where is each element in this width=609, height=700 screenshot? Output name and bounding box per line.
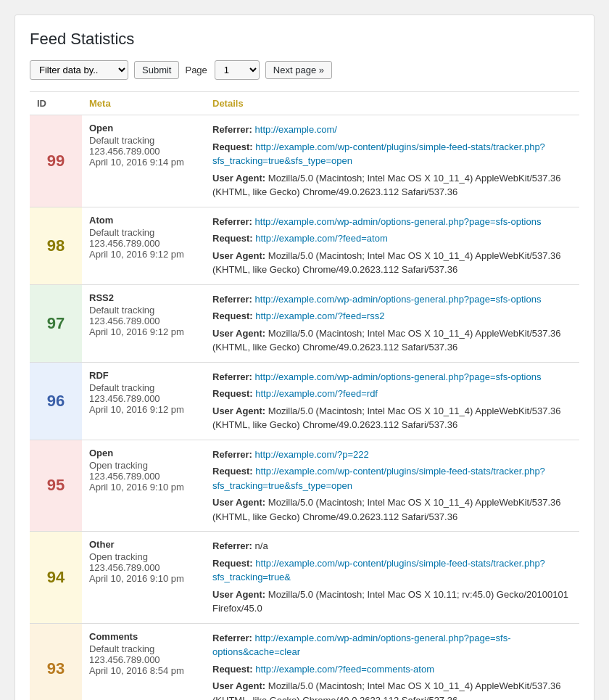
referrer-link[interactable]: http://example.com/wp-admin/options-gene… <box>255 371 542 382</box>
ip-address: 123.456.789.000 <box>89 238 198 249</box>
useragent-label: User Agent: <box>212 250 265 261</box>
referrer-line: Referrer: n/a <box>212 539 572 553</box>
table-row: 98 Atom Default tracking 123.456.789.000… <box>30 207 579 284</box>
date: April 10, 2016 9:12 pm <box>89 404 198 415</box>
request-link[interactable]: http://example.com/wp-content/plugins/si… <box>212 466 545 491</box>
meta-cell: Open Open tracking 123.456.789.000 April… <box>82 440 205 532</box>
date: April 10, 2016 9:10 pm <box>89 573 198 584</box>
filter-select[interactable]: Filter data by.. <box>30 60 128 80</box>
useragent-value: Mozilla/5.0 (Macintosh; Intel Mac OS X 1… <box>212 680 561 700</box>
useragent-label: User Agent: <box>212 497 265 508</box>
table-row: 93 Comments Default tracking 123.456.789… <box>30 623 579 700</box>
tracking: Default tracking <box>89 643 198 654</box>
useragent-value: Mozilla/5.0 (Macintosh; Intel Mac OS X 1… <box>212 497 561 522</box>
col-header-meta: Meta <box>82 92 205 115</box>
useragent-line: User Agent: Mozilla/5.0 (Macintosh; Inte… <box>212 249 572 277</box>
meta-cell: Other Open tracking 123.456.789.000 Apri… <box>82 532 205 624</box>
request-link[interactable]: http://example.com/wp-content/plugins/si… <box>212 558 545 583</box>
meta-cell: RDF Default tracking 123.456.789.000 Apr… <box>82 362 205 440</box>
request-line: Request: http://example.com/wp-content/p… <box>212 140 572 168</box>
request-label: Request: <box>212 141 253 152</box>
request-link[interactable]: http://example.com/?feed=comments-atom <box>255 664 434 675</box>
useragent-line: User Agent: Mozilla/5.0 (Macintosh; Inte… <box>212 326 572 355</box>
page-select[interactable]: 1 <box>215 60 260 80</box>
request-link[interactable]: http://example.com/wp-content/plugins/si… <box>212 141 545 167</box>
referrer-value: n/a <box>255 540 268 551</box>
referrer-label: Referrer: <box>212 371 252 382</box>
feed-type: Comments <box>89 631 198 642</box>
useragent-label: User Agent: <box>212 405 265 416</box>
table-row: 99 Open Default tracking 123.456.789.000… <box>30 115 579 207</box>
request-label: Request: <box>212 558 253 569</box>
request-line: Request: http://example.com/?feed=commen… <box>212 662 572 677</box>
request-label: Request: <box>212 388 253 399</box>
request-line: Request: http://example.com/?feed=rss2 <box>212 309 572 324</box>
request-line: Request: http://example.com/?feed=rdf <box>212 387 572 401</box>
date: April 10, 2016 9:12 pm <box>89 249 198 260</box>
submit-button[interactable]: Submit <box>134 61 179 79</box>
id-cell: 97 <box>30 284 82 362</box>
id-cell: 93 <box>30 623 82 700</box>
referrer-link[interactable]: http://example.com/wp-admin/options-gene… <box>255 216 542 227</box>
referrer-label: Referrer: <box>212 633 252 643</box>
useragent-value: Mozilla/5.0 (Macintosh; Intel Mac OS X 1… <box>212 250 561 276</box>
id-cell: 96 <box>30 362 82 440</box>
toolbar: Filter data by.. Submit Page 1 Next page… <box>30 60 579 80</box>
useragent-value: Mozilla/5.0 (Macintosh; Intel Mac OS X 1… <box>212 405 561 431</box>
page-label: Page <box>185 65 207 75</box>
details-cell: Referrer: http://example.com/wp-admin/op… <box>205 284 579 362</box>
useragent-value: Mozilla/5.0 (Macintosh; Intel Mac OS X 1… <box>212 173 561 198</box>
useragent-line: User Agent: Mozilla/5.0 (Macintosh; Inte… <box>212 404 572 432</box>
referrer-line: Referrer: http://example.com/wp-admin/op… <box>212 631 572 659</box>
useragent-line: User Agent: Mozilla/5.0 (Macintosh; Inte… <box>212 495 572 524</box>
request-link[interactable]: http://example.com/?feed=atom <box>255 233 387 244</box>
request-label: Request: <box>212 233 253 244</box>
referrer-link[interactable]: http://example.com/wp-admin/options-gene… <box>255 294 542 305</box>
details-cell: Referrer: http://example.com/wp-admin/op… <box>205 362 579 440</box>
referrer-link[interactable]: http://example.com/?p=222 <box>255 449 369 460</box>
tracking: Default tracking <box>89 382 198 393</box>
id-cell: 95 <box>30 440 82 532</box>
feed-type: RSS2 <box>89 292 198 303</box>
feed-type: RDF <box>89 370 198 381</box>
table-row: 96 RDF Default tracking 123.456.789.000 … <box>30 362 579 440</box>
useragent-line: User Agent: Mozilla/5.0 (Macintosh; Inte… <box>212 679 572 700</box>
referrer-label: Referrer: <box>212 540 252 551</box>
main-container: Feed Statistics Filter data by.. Submit … <box>14 15 594 700</box>
feed-type: Open <box>89 448 198 458</box>
request-link[interactable]: http://example.com/?feed=rdf <box>255 388 378 399</box>
col-header-details: Details <box>205 92 579 115</box>
table-row: 97 RSS2 Default tracking 123.456.789.000… <box>30 284 579 362</box>
date: April 10, 2016 9:14 pm <box>89 157 198 168</box>
meta-cell: Open Default tracking 123.456.789.000 Ap… <box>82 115 205 207</box>
referrer-label: Referrer: <box>212 216 252 227</box>
useragent-label: User Agent: <box>212 328 265 339</box>
date: April 10, 2016 8:54 pm <box>89 665 198 676</box>
id-cell: 98 <box>30 207 82 284</box>
request-label: Request: <box>212 664 253 675</box>
referrer-label: Referrer: <box>212 294 252 305</box>
request-line: Request: http://example.com/?feed=atom <box>212 231 572 246</box>
referrer-label: Referrer: <box>212 449 252 460</box>
referrer-link[interactable]: http://example.com/ <box>255 124 337 135</box>
feed-type: Other <box>89 539 198 550</box>
ip-address: 123.456.789.000 <box>89 654 198 665</box>
ip-address: 123.456.789.000 <box>89 562 198 573</box>
referrer-label: Referrer: <box>212 124 252 135</box>
ip-address: 123.456.789.000 <box>89 146 198 157</box>
referrer-line: Referrer: http://example.com/wp-admin/op… <box>212 215 572 229</box>
useragent-line: User Agent: Mozilla/5.0 (Macintosh; Inte… <box>212 171 572 199</box>
meta-cell: Atom Default tracking 123.456.789.000 Ap… <box>82 207 205 284</box>
details-cell: Referrer: n/a Request: http://example.co… <box>205 532 579 624</box>
useragent-label: User Agent: <box>212 589 265 600</box>
meta-cell: RSS2 Default tracking 123.456.789.000 Ap… <box>82 284 205 362</box>
next-page-button[interactable]: Next page » <box>265 61 332 79</box>
date: April 10, 2016 9:12 pm <box>89 326 198 337</box>
useragent-label: User Agent: <box>212 680 265 691</box>
request-link[interactable]: http://example.com/?feed=rss2 <box>255 310 384 321</box>
tracking: Default tracking <box>89 135 198 146</box>
tracking: Open tracking <box>89 460 198 471</box>
details-cell: Referrer: http://example.com/?p=222 Requ… <box>205 440 579 532</box>
referrer-link[interactable]: http://example.com/wp-admin/options-gene… <box>212 633 511 658</box>
tracking: Open tracking <box>89 551 198 562</box>
